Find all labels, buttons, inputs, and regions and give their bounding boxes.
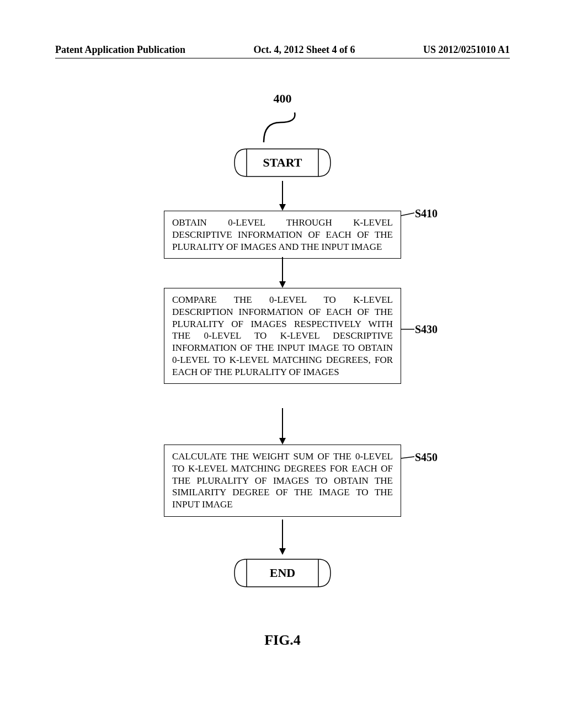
page-header: Patent Application Publication Oct. 4, 2… <box>55 44 510 58</box>
svg-line-4 <box>401 213 414 216</box>
svg-marker-6 <box>279 281 286 288</box>
patent-page: Patent Application Publication Oct. 4, 2… <box>0 0 565 728</box>
start-terminator: START <box>230 144 335 181</box>
process-step-s430: COMPARE THE 0-LEVEL TO K-LEVEL DESCRIPTI… <box>164 288 401 384</box>
step-label-s410: S410 <box>415 207 438 220</box>
step-label-s430: S430 <box>415 323 438 336</box>
svg-marker-12 <box>279 548 286 555</box>
reference-pointer-curve-icon <box>258 106 302 144</box>
process-text-s430: COMPARE THE 0-LEVEL TO K-LEVEL DESCRIPTI… <box>172 295 393 377</box>
end-terminator: END <box>230 555 335 591</box>
arrow-s430-to-s450 <box>277 408 288 445</box>
header-left: Patent Application Publication <box>55 44 185 56</box>
leader-line-s450-icon <box>401 454 417 462</box>
figure-caption: FIG.4 <box>55 632 510 649</box>
step-label-s450: S450 <box>415 451 438 464</box>
svg-line-10 <box>401 457 414 458</box>
process-text-s450: CALCULATE THE WEIGHT SUM OF THE 0-LEVEL … <box>172 451 393 510</box>
reference-number-400: 400 <box>274 92 292 106</box>
leader-line-s410-icon <box>401 212 417 220</box>
svg-marker-3 <box>279 204 286 211</box>
process-step-s450: CALCULATE THE WEIGHT SUM OF THE 0-LEVEL … <box>164 445 401 517</box>
arrow-start-to-s410 <box>277 181 288 211</box>
arrow-s450-to-end <box>277 520 288 555</box>
end-label: END <box>230 555 335 591</box>
arrow-s410-to-s430 <box>277 257 288 288</box>
header-center: Oct. 4, 2012 Sheet 4 of 6 <box>254 44 355 56</box>
process-text-s410: OBTAIN 0-LEVEL THROUGH K-LEVEL DESCRIPTI… <box>172 217 393 252</box>
svg-marker-9 <box>279 438 286 445</box>
leader-line-s430-icon <box>401 325 417 333</box>
start-label: START <box>230 144 335 181</box>
header-right: US 2012/0251010 A1 <box>423 44 510 56</box>
flowchart: 400 START OBTAIN 0-LEVEL THROUGH K-LEVEL… <box>55 92 510 654</box>
process-step-s410: OBTAIN 0-LEVEL THROUGH K-LEVEL DESCRIPTI… <box>164 211 401 259</box>
